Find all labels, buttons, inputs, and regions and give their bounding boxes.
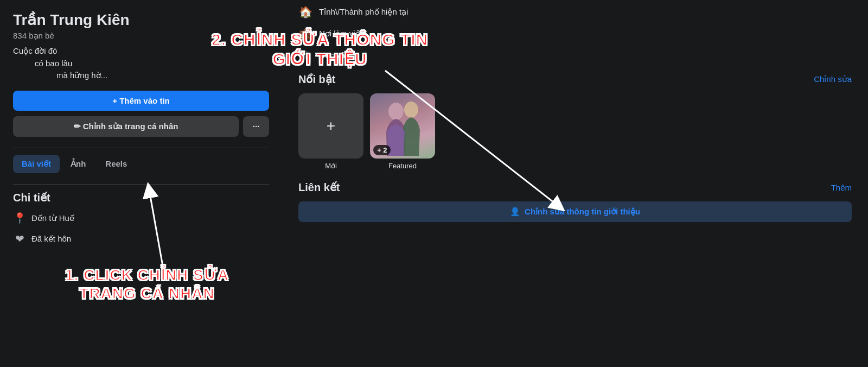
lien-ket-title: Liên kết <box>298 181 340 194</box>
divider-1 <box>13 148 269 148</box>
info-education-text: Học vấn <box>319 50 349 60</box>
detail-relationship-text: Đã kết hôn <box>31 234 71 244</box>
plus-icon: + <box>327 117 335 135</box>
noi-bat-title: Nổi bật <box>298 73 335 86</box>
bio-line2: có bao lâu <box>13 58 269 70</box>
bio-text: Cuộc đời đó có bao lâu mà hững hờ... <box>13 45 269 82</box>
detail-hometown: 📍 Đến từ Huế <box>13 212 269 225</box>
svg-point-0 <box>388 103 404 120</box>
info-city: 🏠 Tỉnh\/Thành phố hiện tại <box>298 5 852 18</box>
info-education: 🎓 Học vấn <box>298 49 852 62</box>
info-city-text: Tỉnh\/Thành phố hiện tại <box>319 7 408 17</box>
noi-bat-add-box[interactable]: + <box>298 93 363 159</box>
noi-bat-grid: + Mới <box>298 93 852 170</box>
tabs-row: Bài viết Ảnh Reels <box>13 155 269 173</box>
person-edit-icon: 👤 <box>510 207 520 217</box>
location-icon: 📍 <box>13 212 26 225</box>
profile-name: Trần Trung Kiên <box>13 11 269 29</box>
info-work-text: Nơi làm việc <box>319 29 364 39</box>
edit-intro-button[interactable]: 👤 Chỉnh sửa thông tin giới thiệu <box>298 201 852 222</box>
tab-anh[interactable]: Ảnh <box>62 155 94 173</box>
right-panel: 🏠 Tỉnh\/Thành phố hiện tại 💼 Nơi làm việ… <box>282 0 868 367</box>
noi-bat-header: Nổi bật Chỉnh sửa <box>298 73 852 86</box>
noi-bat-featured-box[interactable]: + 2 <box>370 93 435 159</box>
noi-bat-edit-link[interactable]: Chỉnh sửa <box>814 74 852 84</box>
noi-bat-section: Nổi bật Chỉnh sửa + Mới <box>298 73 852 170</box>
svg-point-1 <box>404 102 418 118</box>
tab-bai-viet[interactable]: Bài viết <box>13 155 60 173</box>
noi-bat-add-label: Mới <box>325 162 337 170</box>
bio-line3: mà hững hờ... <box>13 69 269 82</box>
tab-reels[interactable]: Reels <box>97 155 136 173</box>
profile-action-row: ✏ Chỉnh sửa trang cá nhân ··· <box>13 116 269 137</box>
edit-profile-button[interactable]: ✏ Chỉnh sửa trang cá nhân <box>13 116 239 137</box>
education-icon: 🎓 <box>298 49 312 62</box>
page-container: Trần Trung Kiên 834 bạn bè Cuộc đời đó c… <box>0 0 868 367</box>
detail-relationship: ❤ Đã kết hôn <box>13 232 269 245</box>
home-icon: 🏠 <box>298 5 312 18</box>
lien-ket-section: Liên kết Thêm 👤 Chỉnh sửa thông tin giới… <box>298 181 852 222</box>
details-title: Chi tiết <box>13 191 269 204</box>
info-work: 💼 Nơi làm việc <box>298 27 852 40</box>
heart-icon: ❤ <box>13 232 26 245</box>
add-friend-button[interactable]: + Thêm vào tin <box>13 91 269 111</box>
edit-intro-label: Chỉnh sửa thông tin giới thiệu <box>525 207 640 217</box>
featured-label: Featured <box>388 162 417 170</box>
work-icon: 💼 <box>298 27 312 40</box>
noi-bat-featured-item: + 2 Featured <box>370 93 435 170</box>
info-section: 🏠 Tỉnh\/Thành phố hiện tại 💼 Nơi làm việ… <box>298 5 852 62</box>
featured-badge: + 2 <box>373 145 391 155</box>
detail-hometown-text: Đến từ Huế <box>31 213 74 223</box>
lien-ket-header: Liên kết Thêm <box>298 181 852 194</box>
more-options-button[interactable]: ··· <box>243 116 269 137</box>
left-panel: Trần Trung Kiên 834 bạn bè Cuộc đời đó c… <box>0 0 282 367</box>
lien-ket-add-link[interactable]: Thêm <box>831 183 852 192</box>
noi-bat-add-item: + Mới <box>298 93 363 170</box>
divider-2 <box>13 184 269 185</box>
bio-line1: Cuộc đời đó <box>13 45 269 58</box>
friends-count: 834 bạn bè <box>13 31 269 41</box>
